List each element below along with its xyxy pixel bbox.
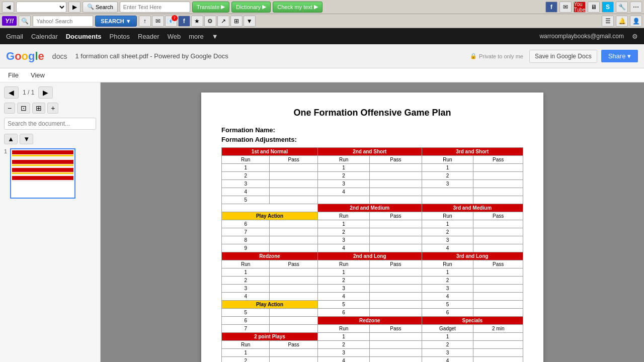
browser-forward-btn[interactable]: ▶	[68, 2, 80, 13]
google-logo: Google	[6, 50, 44, 63]
run-2l: Run	[317, 260, 369, 268]
nav-documents[interactable]: Documents	[66, 33, 102, 40]
header-redzone: Redzone	[222, 252, 318, 260]
table-row: 7 2 2	[222, 228, 523, 236]
bell-icon[interactable]: 🔔	[616, 16, 628, 27]
search-input[interactable]	[120, 2, 190, 13]
play-action-row: Play Action Run Pass Run Pass	[222, 212, 523, 220]
more-icon[interactable]: ▼	[244, 16, 256, 27]
addon-icon[interactable]: 🔧	[616, 2, 628, 13]
thumbnail-page-num: 1	[4, 148, 7, 154]
nav-photos[interactable]: Photos	[110, 33, 130, 40]
table-row: 5 6 6	[222, 309, 523, 317]
nav-more[interactable]: more	[189, 33, 204, 40]
header-3rd-short: 3rd and Short	[422, 148, 523, 156]
nav-gmail[interactable]: Gmail	[6, 33, 23, 40]
table-row: 4 4	[222, 188, 523, 196]
lock-icon: 🔒	[470, 53, 477, 59]
pass-3l: Pass	[473, 260, 523, 268]
table-row: 4 4 4	[222, 293, 523, 301]
search-icon: 🔍	[87, 4, 94, 10]
pass-rz: Pass	[270, 260, 317, 268]
facebook-icon[interactable]: f	[545, 2, 557, 13]
table-row: 5	[222, 196, 523, 204]
nav-reader[interactable]: Reader	[138, 33, 159, 40]
specials-row: 6 Redzone Specials	[222, 317, 523, 325]
monitor-icon[interactable]: 🖥	[588, 2, 600, 13]
notif-icon[interactable]: 📧7	[165, 16, 177, 27]
skype-icon[interactable]: S	[602, 2, 614, 13]
next-page-btn[interactable]: ▶	[38, 86, 53, 99]
mail-icon[interactable]: ✉	[559, 2, 572, 13]
header-2nd-short: 2nd and Short	[317, 148, 422, 156]
header-specials: Specials	[422, 317, 523, 325]
list-icon[interactable]: ☰	[602, 16, 614, 27]
table-row: 9 4 4	[222, 244, 523, 252]
table-row: 6 1 1	[222, 220, 523, 228]
zoom-controls: − ⊡ ⊞ +	[4, 103, 96, 114]
yahoo-search-btn[interactable]: SEARCH ▼	[95, 16, 136, 27]
menu-view[interactable]: View	[29, 70, 47, 80]
nav-web[interactable]: Web	[168, 33, 181, 40]
nav-calendar[interactable]: Calendar	[31, 33, 58, 40]
run-label-1: Run	[222, 156, 270, 164]
url-bar[interactable]	[16, 2, 66, 13]
header-2nd-long: 2nd and Long	[317, 252, 422, 260]
settings-icon2[interactable]: ⚙	[204, 16, 216, 27]
nav-icon[interactable]: ↑	[139, 16, 151, 27]
pass-label-1: Pass	[270, 156, 317, 164]
nav-settings-icon[interactable]: ⚙	[632, 33, 638, 40]
table-row: 2 2 2	[222, 172, 523, 180]
user-icon[interactable]: 👤	[630, 16, 642, 27]
facebook-icon2[interactable]: f	[178, 16, 190, 27]
table-row: 2 2 2	[222, 277, 523, 285]
col-pass-med: Pass	[370, 212, 422, 220]
table-row: 2 4 4	[222, 357, 523, 363]
col-pass-3med: Pass	[473, 212, 523, 220]
mail-icon2[interactable]: ✉	[152, 16, 164, 27]
yahoo-search-input[interactable]	[33, 16, 93, 27]
options-icon[interactable]: ⋯	[630, 2, 642, 13]
browser-back-btn[interactable]: ◀	[2, 2, 14, 13]
header-2pt: 2 point Plays	[222, 333, 318, 341]
menu-bar: File View	[0, 68, 644, 82]
save-google-docs-button[interactable]: Save in Google Docs	[529, 50, 597, 63]
prev-page-btn[interactable]: ◀	[4, 86, 19, 99]
bookmark-icon[interactable]: ★	[191, 16, 203, 27]
pass-label-2: Pass	[370, 156, 422, 164]
check-text-btn[interactable]: Check my text ▶	[273, 2, 323, 13]
yahoo-logo[interactable]: Y!!	[2, 16, 17, 26]
page-thumbnail[interactable]	[10, 148, 75, 199]
browser-toolbar-1: ◀ ▶ 🔍 Search Translate ▶ Dictionary ▶ Ch…	[0, 0, 644, 14]
col-run-med: Run	[317, 212, 369, 220]
youtube-icon[interactable]: YouTube	[574, 2, 586, 13]
col-run-3med: Run	[422, 212, 473, 220]
extra-icon[interactable]: ⊞	[230, 16, 243, 27]
menu-file[interactable]: File	[6, 70, 21, 80]
zoom-in-btn[interactable]: +	[47, 103, 58, 114]
run-pass-header-1: Run Pass Run Pass Run Pass	[222, 156, 523, 164]
formation-name: Formation Name:	[221, 126, 523, 134]
search-up-btn[interactable]: ▲	[4, 134, 18, 144]
pass-label-3: Pass	[473, 156, 523, 164]
doc-search-input[interactable]	[4, 118, 96, 130]
yahoo-toolbar-icons: ↑ ✉ 📧7 f ★ ⚙ ↗ ⊞ ▼	[139, 16, 256, 27]
two-point-header: 2 point Plays 1 1	[222, 333, 523, 341]
yahoo-search-icon[interactable]: 🔍	[19, 16, 31, 27]
play-action-label: Play Action	[222, 212, 318, 220]
share-icon[interactable]: ↗	[217, 16, 229, 27]
dictionary-btn[interactable]: Dictionary ▶	[231, 2, 271, 13]
share-button[interactable]: Share ▾	[601, 50, 638, 62]
formation-adj: Formation Adjustments:	[221, 136, 523, 143]
zoom-grid-btn[interactable]: ⊞	[32, 103, 45, 114]
zoom-fit-btn[interactable]: ⊡	[17, 103, 30, 114]
search-down-btn[interactable]: ▼	[20, 134, 33, 144]
sidebar: ◀ 1 / 1 ▶ − ⊡ ⊞ + ▲ ▼ 1	[0, 82, 101, 362]
doc-title-text: One Formation Offensive Game Plan	[221, 108, 523, 118]
search-btn[interactable]: 🔍 Search	[83, 2, 118, 13]
zoom-out-btn[interactable]: −	[4, 103, 15, 114]
translate-btn[interactable]: Translate ▶	[192, 2, 229, 13]
medium-header-row: 2nd and Medium 3rd and Medium	[222, 204, 523, 212]
user-email: warroomplaybooks@gmail.com	[539, 33, 624, 40]
page-counter: 1 / 1	[21, 89, 36, 96]
